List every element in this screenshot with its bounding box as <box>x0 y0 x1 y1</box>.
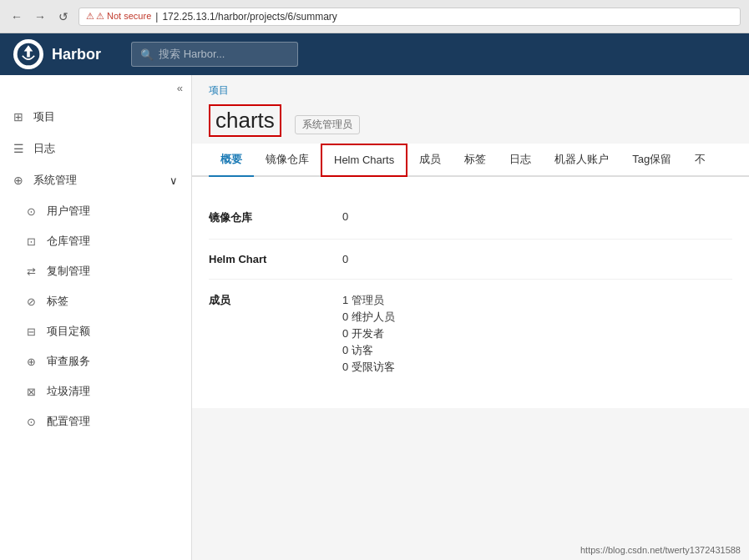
members-developer: 0 开发者 <box>342 326 395 341</box>
sidebar-sub-item-quotas[interactable]: ⊟ 项目定额 <box>0 316 191 346</box>
sidebar-sub-item-user-mgmt[interactable]: ⊙ 用户管理 <box>0 196 191 226</box>
app-logo <box>13 39 43 69</box>
summary-row-helm-chart: Helm Chart 0 <box>209 240 732 280</box>
tab-more[interactable]: 不 <box>683 144 717 177</box>
search-icon: 🔍 <box>140 48 154 61</box>
sidebar-sub-item-repo-mgmt[interactable]: ⊡ 仓库管理 <box>0 226 191 256</box>
members-value-list: 1 管理员 0 维护人员 0 开发者 0 访客 0 受限访客 <box>342 293 395 375</box>
app: Harbor 🔍 搜索 Harbor... « ⊞ 项目 ☰ 日志 ⊕ <box>0 33 749 560</box>
tab-labels[interactable]: 标签 <box>453 144 498 177</box>
summary-row-image-repos: 镜像仓库 0 <box>209 197 732 240</box>
summary-content: 镜像仓库 0 Helm Chart 0 成员 1 管理员 0 维护人员 0 开发… <box>192 177 749 408</box>
app-title: Harbor <box>52 46 101 63</box>
search-placeholder: 搜索 Harbor... <box>159 47 225 62</box>
scanner-icon: ⊕ <box>27 356 40 368</box>
sidebar-item-label: 系统管理 <box>33 173 77 188</box>
url-separator: | <box>155 11 158 23</box>
sidebar-sub-item-label: 配置管理 <box>47 414 90 429</box>
sidebar-sub-item-label: 项目定额 <box>47 324 90 339</box>
breadcrumb-link[interactable]: 项目 <box>209 84 229 96</box>
chevron-down-icon: ∨ <box>170 174 178 187</box>
back-button[interactable]: ← <box>8 8 25 25</box>
reload-button[interactable]: ↺ <box>55 8 72 25</box>
top-nav: Harbor 🔍 搜索 Harbor... <box>0 33 749 75</box>
sidebar-sub-item-config[interactable]: ⊙ 配置管理 <box>0 406 191 436</box>
helm-chart-label: Helm Chart <box>209 253 309 265</box>
image-repos-value: 0 <box>342 210 348 223</box>
main-area: « ⊞ 项目 ☰ 日志 ⊕ 系统管理 ∨ ⊙ 用户管理 <box>0 75 749 560</box>
tab-tag-retention[interactable]: Tag保留 <box>620 144 683 177</box>
tab-robot-accounts[interactable]: 机器人账户 <box>543 144 620 177</box>
sidebar-sub-item-tags[interactable]: ⊘ 标签 <box>0 286 191 316</box>
sidebar-sub-item-scanner[interactable]: ⊕ 审查服务 <box>0 346 191 376</box>
project-name: charts <box>209 104 281 137</box>
tab-helm-charts[interactable]: Helm Charts <box>321 144 407 177</box>
members-admin: 1 管理员 <box>342 293 395 308</box>
gc-icon: ⊠ <box>27 386 40 398</box>
repo-mgmt-icon: ⊡ <box>27 235 40 248</box>
summary-row-members: 成员 1 管理员 0 维护人员 0 开发者 0 访客 0 受限访客 <box>209 280 732 388</box>
sidebar-sub-item-label: 标签 <box>47 294 68 309</box>
tab-logs[interactable]: 日志 <box>498 144 543 177</box>
members-guest: 0 访客 <box>342 343 395 358</box>
members-limited-guest: 0 受限访客 <box>342 360 395 375</box>
sidebar-sub-item-label: 垃圾清理 <box>47 384 90 399</box>
sidebar-item-label: 日志 <box>33 141 55 156</box>
sidebar-sub-item-label: 复制管理 <box>47 264 90 279</box>
sidebar-item-system-admin[interactable]: ⊕ 系统管理 ∨ <box>0 164 191 196</box>
project-badge: 系统管理员 <box>295 115 360 134</box>
project-header: charts 系统管理员 <box>192 101 749 137</box>
warning-icon: ⚠ <box>86 11 94 22</box>
sidebar-item-projects[interactable]: ⊞ 项目 <box>0 101 191 133</box>
projects-icon: ⊞ <box>13 110 27 124</box>
content-area: 项目 charts 系统管理员 概要 镜像仓库 Helm Charts 成 <box>192 75 749 560</box>
collapse-icon: « <box>177 82 183 94</box>
tab-summary[interactable]: 概要 <box>209 144 254 177</box>
image-repos-label: 镜像仓库 <box>209 210 309 225</box>
breadcrumb: 项目 <box>192 75 749 101</box>
logs-icon: ☰ <box>13 142 27 155</box>
quotas-icon: ⊟ <box>27 325 40 338</box>
url-text: 172.25.13.1/harbor/projects/6/summary <box>162 11 337 23</box>
tab-repositories[interactable]: 镜像仓库 <box>254 144 321 177</box>
sidebar-sub-item-replication[interactable]: ⇄ 复制管理 <box>0 256 191 286</box>
tab-bar: 概要 镜像仓库 Helm Charts 成员 标签 日志 机器人 <box>192 144 749 177</box>
logo-area: Harbor <box>13 39 101 69</box>
system-admin-icon: ⊕ <box>13 174 27 187</box>
sidebar: « ⊞ 项目 ☰ 日志 ⊕ 系统管理 ∨ ⊙ 用户管理 <box>0 75 192 560</box>
replication-icon: ⇄ <box>27 265 40 278</box>
members-label: 成员 <box>209 293 309 308</box>
sidebar-sub-item-label: 审查服务 <box>47 354 90 369</box>
system-admin-label-wrap: ⊕ 系统管理 <box>13 173 77 188</box>
tags-icon: ⊘ <box>27 295 40 308</box>
url-bar[interactable]: ⚠ ⚠ Not secure | 172.25.13.1/harbor/proj… <box>78 8 741 26</box>
sidebar-collapse-button[interactable]: « <box>0 75 191 101</box>
members-maintainer: 0 维护人员 <box>342 310 395 325</box>
user-mgmt-icon: ⊙ <box>27 205 40 218</box>
footer-watermark: https://blog.csdn.net/twerty1372431588 <box>580 545 741 555</box>
sidebar-sub-item-gc[interactable]: ⊠ 垃圾清理 <box>0 376 191 406</box>
sidebar-sub-item-label: 用户管理 <box>47 204 90 219</box>
helm-chart-value: 0 <box>342 253 348 265</box>
not-secure-indicator: ⚠ ⚠ Not secure <box>86 11 151 22</box>
sidebar-item-logs[interactable]: ☰ 日志 <box>0 133 191 164</box>
tab-members[interactable]: 成员 <box>407 144 453 177</box>
sidebar-sub-item-label: 仓库管理 <box>47 234 90 249</box>
browser-chrome: ← → ↺ ⚠ ⚠ Not secure | 172.25.13.1/harbo… <box>0 0 749 33</box>
forward-button[interactable]: → <box>32 8 48 25</box>
config-icon: ⊙ <box>27 416 40 428</box>
search-bar[interactable]: 🔍 搜索 Harbor... <box>131 42 298 67</box>
sidebar-item-label: 项目 <box>33 109 55 124</box>
